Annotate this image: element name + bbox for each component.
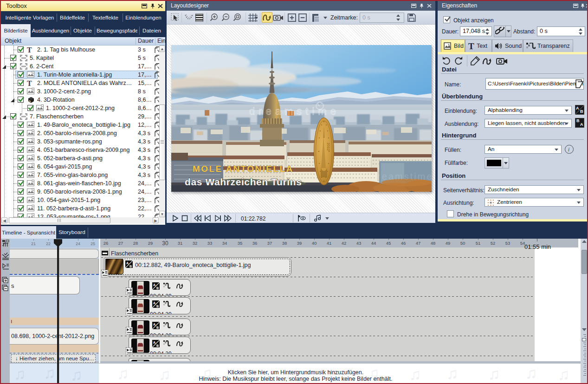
svg-text:B: B [156, 326, 159, 329]
svg-text:A: A [153, 341, 155, 344]
svg-text:2012: 2012 [326, 143, 330, 151]
svg-text:das Wahrzeichen Turins: das Wahrzeichen Turins [185, 176, 302, 187]
svg-text:MOLE ANTONIELLA: MOLE ANTONIELLA [193, 164, 294, 174]
svg-text:B: B [156, 305, 159, 308]
svg-text:A: A [153, 301, 155, 305]
svg-text:A: A [153, 283, 155, 286]
svg-text:dreamstime: dreamstime [371, 171, 432, 182]
svg-text:dreamstime: dreamstime [249, 105, 340, 117]
svg-text:B: B [129, 265, 132, 268]
svg-text:B: B [156, 344, 159, 347]
svg-text:B: B [156, 286, 159, 290]
svg-text:A: A [126, 261, 129, 265]
svg-text:A: A [153, 323, 155, 326]
